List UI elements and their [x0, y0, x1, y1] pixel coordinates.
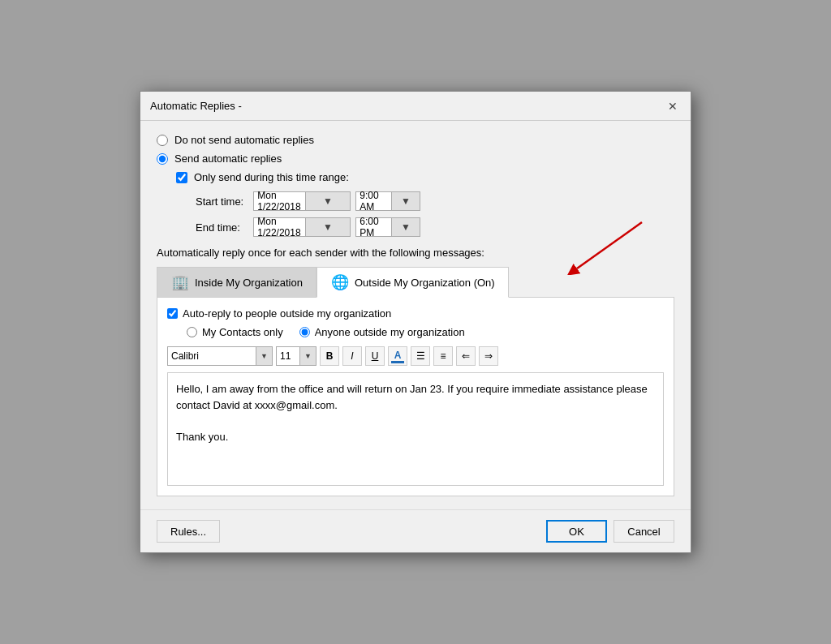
underline-button[interactable]: U: [365, 346, 385, 366]
italic-button[interactable]: I: [342, 346, 362, 366]
bold-button[interactable]: B: [320, 346, 339, 366]
auto-reply-outside-label: Auto-reply to people outside my organiza…: [183, 307, 391, 320]
indent-increase-button[interactable]: ⇒: [479, 346, 498, 366]
bullet-list-button[interactable]: ☰: [411, 346, 430, 366]
end-time-dropdown[interactable]: 6:00 PM ▼: [355, 217, 420, 237]
start-date-dropdown[interactable]: Mon 1/22/2018 ▼: [253, 191, 351, 211]
end-time-label: End time:: [196, 221, 243, 234]
send-replies-option[interactable]: Send automatic replies: [157, 152, 674, 165]
numbered-list-button[interactable]: ≡: [433, 346, 453, 366]
end-time-row: Mon 1/22/2018 ▼ 6:00 PM ▼: [253, 217, 674, 237]
start-time-value: 9:00 AM: [360, 190, 388, 213]
bullet-list-icon: ☰: [416, 350, 425, 362]
auto-reply-outside-checkbox[interactable]: [167, 308, 178, 319]
ok-button[interactable]: OK: [546, 520, 607, 543]
formatting-bar: Calibri ▼ 11 ▼ B I U A ☰: [167, 346, 664, 366]
start-time-arrow: ▼: [391, 192, 420, 210]
dialog-body: Do not send automatic replies Send autom…: [140, 121, 691, 509]
inside-org-label: Inside My Organization: [195, 277, 303, 289]
time-range-option[interactable]: Only send during this time range:: [176, 171, 674, 183]
outside-org-icon: 🌐: [330, 273, 350, 292]
end-date-value: Mon 1/22/2018: [257, 216, 302, 238]
my-contacts-radio[interactable]: [187, 327, 197, 337]
font-size-arrow: ▼: [299, 347, 316, 365]
do-not-send-label: Do not send automatic replies: [174, 134, 314, 146]
start-date-value: Mon 1/22/2018: [257, 190, 302, 213]
start-time-row: Mon 1/22/2018 ▼ 9:00 AM ▼: [253, 191, 674, 211]
close-button[interactable]: ✕: [665, 98, 681, 114]
font-size-dropdown[interactable]: 11 ▼: [276, 346, 316, 366]
rules-button[interactable]: Rules...: [157, 520, 220, 543]
reply-options-group: Do not send automatic replies Send autom…: [157, 134, 674, 183]
end-time-value: 6:00 PM: [360, 216, 388, 238]
my-contacts-label: My Contacts only: [202, 326, 283, 338]
indent-decrease-icon: ⇐: [462, 350, 470, 362]
auto-reply-outside-option[interactable]: Auto-reply to people outside my organiza…: [167, 307, 664, 320]
inside-org-icon: 🏢: [170, 273, 190, 292]
start-date-arrow: ▼: [305, 192, 351, 210]
title-bar: Automatic Replies - ✕: [140, 92, 691, 121]
font-size-value: 11: [280, 350, 296, 362]
tabs-container: 🏢 Inside My Organization 🌐 Outside My Or…: [157, 267, 674, 496]
automatic-replies-dialog: Automatic Replies - ✕ Do not send automa…: [140, 91, 691, 553]
send-replies-radio[interactable]: [157, 153, 168, 165]
end-date-arrow: ▼: [305, 218, 351, 236]
inside-org-tab[interactable]: 🏢 Inside My Organization: [157, 267, 316, 298]
anyone-radio[interactable]: [299, 327, 310, 337]
message-text-area[interactable]: Hello, I am away from the office and wil…: [167, 372, 664, 486]
time-grid: Start time: Mon 1/22/2018 ▼ 9:00 AM ▼ En…: [196, 191, 674, 237]
my-contacts-option[interactable]: My Contacts only: [187, 326, 283, 338]
start-time-dropdown[interactable]: 9:00 AM ▼: [355, 191, 420, 211]
tab-content-outside: Auto-reply to people outside my organiza…: [157, 297, 674, 496]
cancel-button[interactable]: Cancel: [614, 520, 674, 543]
font-color-button[interactable]: A: [388, 346, 407, 366]
font-color-label: A: [394, 350, 402, 363]
outside-org-label: Outside My Organization (On): [355, 277, 495, 289]
time-range-label: Only send during this time range:: [194, 171, 349, 183]
outside-org-tab[interactable]: 🌐 Outside My Organization (On): [316, 267, 509, 298]
font-family-dropdown[interactable]: Calibri ▼: [167, 346, 273, 366]
font-family-value: Calibri: [171, 350, 252, 362]
start-time-label: Start time:: [196, 195, 243, 208]
do-not-send-option[interactable]: Do not send automatic replies: [157, 134, 674, 146]
tab-strip: 🏢 Inside My Organization 🌐 Outside My Or…: [157, 267, 674, 298]
font-family-arrow: ▼: [256, 347, 272, 365]
indent-decrease-button[interactable]: ⇐: [456, 346, 476, 366]
indent-increase-icon: ⇒: [484, 350, 493, 362]
dialog-footer: Rules... OK Cancel: [140, 509, 691, 552]
send-replies-label: Send automatic replies: [174, 152, 282, 165]
anyone-option[interactable]: Anyone outside my organization: [299, 326, 465, 338]
do-not-send-radio[interactable]: [157, 135, 168, 146]
end-date-dropdown[interactable]: Mon 1/22/2018 ▼: [253, 217, 351, 237]
footer-right: OK Cancel: [546, 520, 674, 543]
time-range-checkbox[interactable]: [176, 172, 187, 183]
dialog-title: Automatic Replies -: [150, 100, 242, 112]
numbered-list-icon: ≡: [440, 350, 446, 362]
footer-left: Rules...: [157, 520, 220, 543]
message-content: Hello, I am away from the office and wil…: [176, 383, 650, 443]
description-text: Automatically reply once for each sender…: [157, 247, 674, 259]
end-time-arrow: ▼: [391, 218, 420, 236]
outside-audience-group: My Contacts only Anyone outside my organ…: [187, 326, 664, 338]
anyone-label: Anyone outside my organization: [315, 326, 465, 338]
